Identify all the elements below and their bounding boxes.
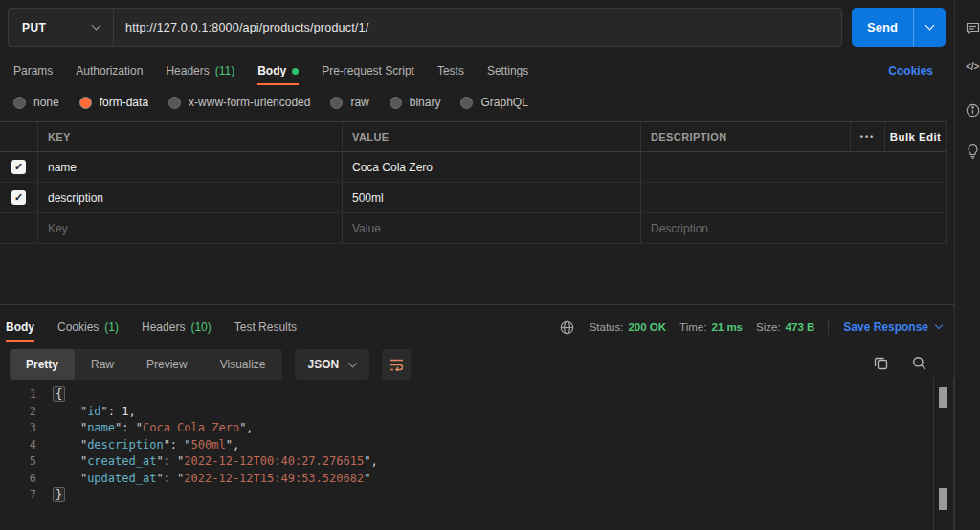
lightbulb-icon: [966, 144, 980, 159]
tab-params[interactable]: Params: [13, 58, 53, 83]
headers-count: (11): [215, 64, 234, 77]
scrollbar-thumb[interactable]: [939, 488, 947, 510]
radio-icon: [390, 97, 402, 109]
response-section-divider: [0, 304, 954, 305]
pull-requests-button[interactable]: [966, 144, 980, 159]
description-cell[interactable]: [641, 183, 946, 212]
response-tab-bar: Body Cookies (1) Headers (10) Test Resul…: [6, 315, 297, 340]
mode-binary[interactable]: binary: [390, 96, 441, 109]
request-tab-bar: Params Authorization Headers (11) Body P…: [0, 58, 954, 83]
tab-tests[interactable]: Tests: [437, 58, 464, 83]
search-icon: [912, 356, 926, 370]
mode-raw[interactable]: raw: [330, 96, 368, 109]
key-cell[interactable]: description: [38, 183, 343, 212]
info-button[interactable]: [966, 103, 980, 118]
code-line: 5 "created_at": "2022-12-12T00:40:27.276…: [0, 453, 933, 471]
copy-icon: [874, 356, 888, 370]
tab-body[interactable]: Body: [257, 58, 299, 83]
code-snippet-button[interactable]: </>: [966, 61, 979, 72]
chevron-down-icon: [348, 358, 358, 367]
cookies-count: (1): [104, 320, 119, 334]
table-row: ✓ description 500ml: [0, 183, 946, 213]
send-options-button[interactable]: [914, 8, 946, 47]
chevron-down-icon: [935, 321, 943, 329]
search-button[interactable]: [912, 356, 926, 370]
bulk-edit-button[interactable]: Bulk Edit: [885, 122, 946, 151]
tab-settings[interactable]: Settings: [487, 58, 528, 83]
response-view-bar: Pretty Raw Preview Visualize JSON: [10, 349, 411, 380]
wrap-text-icon: [389, 358, 404, 371]
line-number: 7: [0, 487, 36, 504]
globe-icon: [560, 320, 574, 335]
check-icon: ✓: [14, 191, 23, 204]
body-mode-selector: none form-data x-www-form-urlencoded raw…: [13, 93, 528, 112]
tab-authorization[interactable]: Authorization: [76, 58, 143, 83]
response-headers-count: (10): [190, 320, 211, 334]
mode-x-www-form-urlencoded[interactable]: x-www-form-urlencoded: [168, 96, 310, 109]
mode-graphql[interactable]: GraphQL: [460, 96, 527, 109]
time-value: 21 ms: [711, 321, 743, 333]
key-input-placeholder[interactable]: Key: [38, 213, 343, 243]
send-button[interactable]: Send: [852, 8, 914, 47]
line-number: 2: [0, 404, 36, 421]
send-button-group: Send: [852, 8, 946, 47]
description-input-placeholder[interactable]: Description: [641, 213, 946, 243]
response-tab-cookies[interactable]: Cookies (1): [57, 315, 119, 340]
right-sidebar: </>: [954, 0, 980, 530]
save-response-button[interactable]: Save Response: [843, 320, 942, 334]
cookies-link[interactable]: Cookies: [888, 64, 933, 77]
code-line: 7}: [0, 487, 933, 504]
info-icon: [966, 103, 980, 118]
divider: [828, 320, 829, 335]
radio-icon: [13, 97, 26, 109]
status-value: 200 OK: [628, 321, 666, 333]
select-all-cell: [0, 122, 38, 151]
comments-button[interactable]: [966, 21, 980, 35]
description-cell[interactable]: [641, 152, 946, 182]
code-lines: 1{2 "id": 1,3 "name": "Coca Cola Zero",4…: [0, 386, 933, 504]
response-tab-headers[interactable]: Headers (10): [142, 315, 212, 340]
copy-button[interactable]: [874, 356, 888, 370]
code-line: 3 "name": "Coca Cola Zero",: [0, 420, 933, 437]
scrollbar-thumb[interactable]: [939, 387, 947, 408]
wrap-lines-button[interactable]: [382, 349, 411, 380]
code-line: 4 "description": "500ml",: [0, 437, 933, 454]
url-input[interactable]: http://127.0.0.1:8000/api/products/produ…: [114, 21, 368, 34]
method-dropdown[interactable]: PUT: [9, 9, 114, 46]
table-row-empty: Key Value Description: [0, 213, 946, 244]
row-checkbox-checked[interactable]: ✓: [11, 160, 26, 174]
radio-icon: [330, 97, 343, 109]
description-column-header: DESCRIPTION: [641, 122, 851, 151]
view-mode-segmented-control: Pretty Raw Preview Visualize: [10, 349, 282, 380]
mode-form-data[interactable]: form-data: [79, 96, 148, 109]
check-icon: ✓: [14, 161, 23, 173]
view-tab-raw[interactable]: Raw: [75, 349, 130, 380]
form-data-table: KEY VALUE DESCRIPTION ••• Bulk Edit ✓ na…: [0, 121, 947, 244]
response-meta-bar: Status:200 OK Time:21 ms Size:473 B Save…: [560, 315, 942, 340]
value-input-placeholder[interactable]: Value: [343, 213, 641, 243]
value-cell[interactable]: 500ml: [343, 183, 641, 212]
response-tab-body[interactable]: Body: [6, 315, 34, 340]
value-cell[interactable]: Coca Cola Zero: [343, 152, 641, 182]
view-tab-pretty[interactable]: Pretty: [10, 349, 75, 380]
line-number: 3: [0, 420, 36, 437]
code-line: 2 "id": 1,: [0, 404, 933, 421]
row-checkbox-cell: [0, 213, 38, 243]
tab-headers[interactable]: Headers (11): [166, 58, 234, 83]
column-options-button[interactable]: •••: [851, 122, 885, 151]
view-tab-preview[interactable]: Preview: [130, 349, 204, 380]
request-url-bar: PUT http://127.0.0.1:8000/api/products/p…: [8, 8, 842, 47]
format-dropdown[interactable]: JSON: [295, 349, 370, 380]
code-icon: </>: [966, 61, 979, 72]
tab-pre-request-script[interactable]: Pre-request Script: [322, 58, 414, 83]
row-checkbox-checked[interactable]: ✓: [11, 190, 26, 205]
method-label: PUT: [22, 21, 46, 34]
line-number: 5: [0, 453, 36, 471]
value-column-header: VALUE: [343, 122, 641, 151]
view-tab-visualize[interactable]: Visualize: [204, 349, 282, 380]
mode-none[interactable]: none: [13, 96, 59, 109]
size-label: Size:: [756, 321, 781, 333]
response-tab-test-results[interactable]: Test Results: [234, 315, 297, 340]
format-label: JSON: [308, 358, 340, 371]
key-cell[interactable]: name: [38, 152, 343, 182]
